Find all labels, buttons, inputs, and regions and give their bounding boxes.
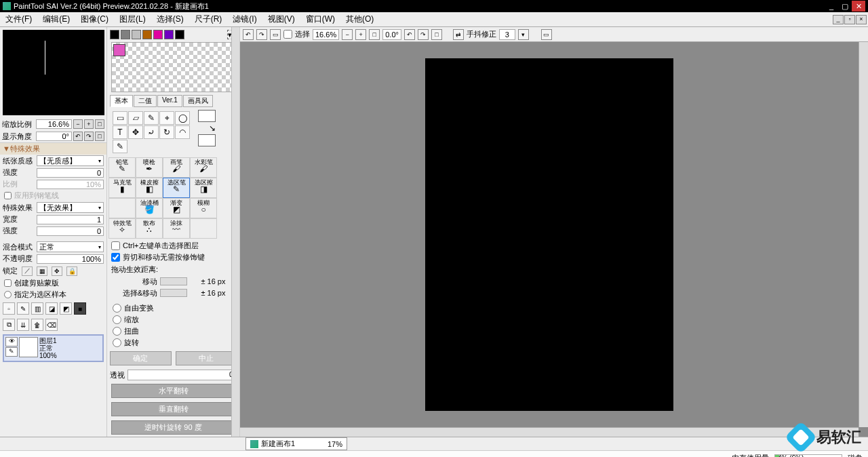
- layer-visible-icon[interactable]: 👁: [5, 337, 18, 346]
- perspective-tool[interactable]: ◠: [175, 125, 190, 139]
- brush-eraser[interactable]: 橡皮擦◧: [136, 178, 163, 198]
- angle-ccw-button[interactable]: ↶: [404, 29, 415, 40]
- zoom-plus-button[interactable]: +: [355, 29, 366, 40]
- navigator-preview[interactable]: [3, 30, 104, 115]
- angle-value[interactable]: 0°: [36, 132, 72, 141]
- rotate-ccw-button[interactable]: ↶: [73, 132, 83, 141]
- rotate-90-ccw-button[interactable]: 逆时针旋转 90 度: [111, 420, 235, 435]
- strength-slider[interactable]: 0: [37, 168, 104, 178]
- scratchpad[interactable]: [111, 42, 233, 92]
- new-layer-button[interactable]: ▫: [3, 302, 15, 315]
- transform-scale-radio[interactable]: [113, 315, 121, 324]
- text-tool[interactable]: T: [113, 125, 127, 139]
- swatch[interactable]: [142, 30, 152, 39]
- transform-ok-button[interactable]: 确定: [110, 351, 172, 365]
- brush-watercolor[interactable]: 水彩笔🖌: [190, 157, 217, 178]
- zoom-reset-button[interactable]: □: [95, 119, 104, 129]
- layer-edit-icon[interactable]: ✎: [5, 347, 18, 357]
- close-button[interactable]: ✕: [852, 1, 865, 12]
- redo-button[interactable]: ↷: [256, 29, 267, 40]
- clipping-checkbox[interactable]: [4, 279, 12, 287]
- zoom-minus-button[interactable]: −: [342, 29, 353, 40]
- flip-horizontal-button[interactable]: 水平翻转: [111, 384, 235, 398]
- dup-layer-button[interactable]: ⧉: [3, 319, 15, 331]
- move-tool[interactable]: ⌖: [159, 111, 174, 125]
- layer-item[interactable]: 👁 ✎ 图层1 正常 100%: [3, 334, 104, 362]
- menu-image[interactable]: 图像(C): [75, 12, 114, 26]
- specialfx-combo[interactable]: 【无效果】: [37, 202, 104, 213]
- stabilizer-dropdown[interactable]: ▾: [518, 29, 529, 40]
- zoom-fit-button[interactable]: □: [369, 29, 380, 40]
- move-dist-bar[interactable]: [160, 277, 187, 285]
- transform-rotate-radio[interactable]: [113, 338, 121, 347]
- tool-tab-basic[interactable]: 基本: [110, 95, 133, 107]
- flip-view-button[interactable]: ⇄: [453, 29, 464, 40]
- menu-view[interactable]: 视图(V): [262, 12, 300, 26]
- brush-marker[interactable]: 马克笔▮: [108, 178, 136, 198]
- brush-smudge[interactable]: 涂抹〰: [163, 218, 190, 239]
- maximize-button[interactable]: ▢: [838, 1, 852, 12]
- document-tab[interactable]: 新建画布1 17%: [245, 437, 347, 450]
- canvas-hscrollbar[interactable]: [240, 427, 859, 437]
- swap-colors-icon[interactable]: ↘: [198, 123, 216, 133]
- brush-blur[interactable]: 模糊○: [190, 198, 217, 218]
- toolbar-angle[interactable]: 0.0°: [382, 29, 401, 40]
- minimize-button[interactable]: _: [825, 1, 838, 12]
- menu-ruler[interactable]: 尺子(R): [189, 12, 228, 26]
- brush-gradient[interactable]: 渐变◩: [163, 198, 190, 218]
- rotate-cw-button[interactable]: ↷: [84, 132, 94, 141]
- flip-vertical-button[interactable]: 垂直翻转: [111, 402, 235, 416]
- undo-button[interactable]: ↶: [243, 29, 254, 40]
- selection-source-radio[interactable]: [4, 291, 12, 298]
- clear-layer-button[interactable]: ⌫: [45, 319, 58, 331]
- brush-pencil[interactable]: 铅笔✎: [108, 157, 136, 178]
- delete-layer-button[interactable]: 🗑: [31, 319, 43, 331]
- new-linework-button[interactable]: ✎: [17, 302, 29, 315]
- swatch[interactable]: [121, 30, 130, 39]
- child-close[interactable]: ×: [856, 15, 867, 24]
- brush-brush[interactable]: 画笔🖌: [163, 157, 190, 178]
- select-layer-checkbox[interactable]: [283, 30, 292, 39]
- paper-texture-combo[interactable]: 【无质感】: [37, 155, 104, 166]
- hand-tool[interactable]: ✥: [128, 125, 143, 139]
- opacity-slider[interactable]: 100%: [37, 254, 104, 264]
- child-minimize[interactable]: _: [833, 15, 844, 24]
- cut-move-checkbox[interactable]: [111, 253, 120, 262]
- ctrl-click-layer-checkbox[interactable]: [111, 241, 120, 250]
- swatch[interactable]: [164, 30, 174, 39]
- misc-button[interactable]: ▭: [541, 29, 552, 40]
- tool-tab-paint[interactable]: 画具风: [183, 95, 213, 107]
- swatch[interactable]: [132, 30, 141, 39]
- menu-file[interactable]: 文件(F): [0, 12, 37, 26]
- brush-scatter[interactable]: 散布∴: [136, 218, 163, 239]
- lock-all-button[interactable]: 🔒: [66, 266, 77, 276]
- merge-down-button[interactable]: ⇊: [17, 319, 29, 331]
- foreground-swatch[interactable]: [113, 44, 125, 56]
- tool-tab-ver1[interactable]: Ver.1: [157, 95, 182, 107]
- rotate-tool[interactable]: ↻: [159, 125, 174, 139]
- eyedropper-tool[interactable]: ✎: [113, 140, 127, 153]
- zoom-in-button[interactable]: +: [84, 119, 94, 129]
- canvas-viewport[interactable]: [240, 42, 859, 427]
- rect-select-tool[interactable]: ▭: [113, 111, 127, 125]
- selmove-dist-bar[interactable]: [160, 289, 187, 297]
- zoom-value[interactable]: 16.6%: [36, 119, 72, 129]
- menu-layer[interactable]: 图层(L): [114, 12, 151, 26]
- brush-selerase[interactable]: 选区擦◨: [190, 178, 217, 198]
- brush-selpen[interactable]: 选区笔✎: [163, 178, 190, 198]
- rotate-reset-button[interactable]: □: [95, 132, 104, 141]
- menu-other[interactable]: 其他(O): [340, 12, 379, 26]
- lasso-tool[interactable]: ▱: [128, 111, 143, 125]
- transform-cancel-button[interactable]: 中止: [176, 351, 237, 365]
- fx-strength2-slider[interactable]: 0: [37, 226, 104, 236]
- swatch[interactable]: [110, 30, 119, 39]
- fg-color[interactable]: [198, 110, 216, 122]
- canvas-vscrollbar[interactable]: [859, 42, 868, 427]
- menu-window[interactable]: 窗口(W): [300, 12, 340, 26]
- new-mask-button[interactable]: ◪: [45, 302, 58, 315]
- shape-tool[interactable]: ◯: [175, 111, 190, 125]
- canvas-content[interactable]: [425, 58, 673, 411]
- new-folder-button[interactable]: ▥: [31, 302, 43, 315]
- bg-color[interactable]: [198, 134, 216, 146]
- magic-wand-tool[interactable]: ✎: [144, 111, 159, 125]
